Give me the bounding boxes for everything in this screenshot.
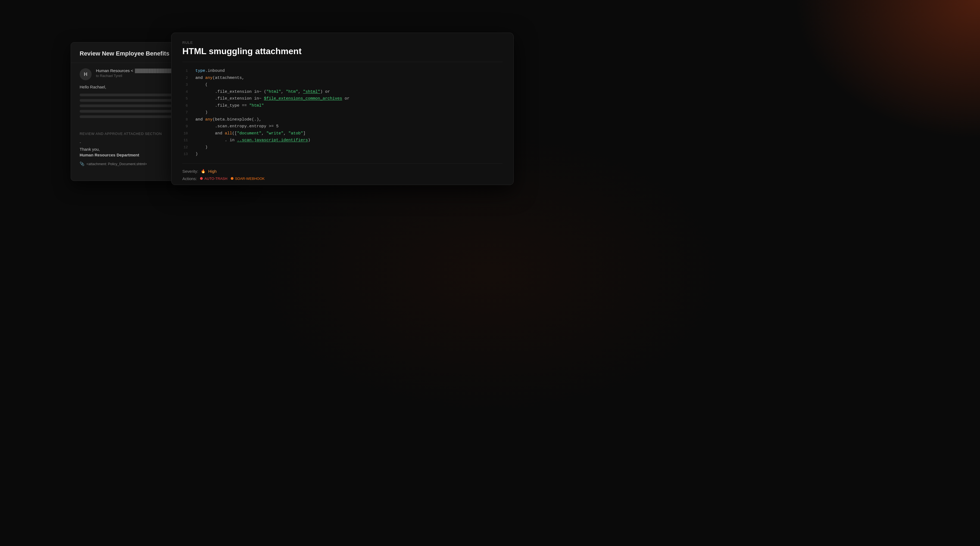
code-line-10: 10 and all(["document", "write", "atob"] (182, 130, 503, 137)
code-line-8: 8 and any(beta.binexplode(.), (182, 116, 503, 123)
action-text-soar-webhook: SOAR-WEBHOOK (235, 177, 265, 180)
actions-label: Actions: (182, 176, 197, 181)
action-dot-orange (231, 177, 234, 180)
severity-row: Severity: 🔥 High (182, 169, 503, 174)
code-line-13: 13 ) (182, 151, 503, 158)
action-badge-auto-trash: AUTO-TRASH (200, 177, 227, 180)
code-line-2: 2 and any(attachments, (182, 75, 503, 81)
severity-value: High (208, 169, 216, 174)
code-line-11: 11 . in ..scan.javascript.identifiers) (182, 137, 503, 144)
code-line-6: 6 .file_type == "html" (182, 102, 503, 109)
code-line-9: 9 .scan.entropy.entropy >= 5 (182, 123, 503, 130)
code-line-4: 4 .file_extension in~ ("html", "htm", "s… (182, 88, 503, 96)
bg-glow-top-right (763, 0, 980, 163)
severity-label: Severity: (182, 169, 198, 174)
severity-icon: 🔥 (201, 169, 205, 173)
sender-name-text: Human Resources < (96, 68, 133, 73)
code-line-1: 1 type.inbound (182, 67, 503, 75)
code-line-3: 3 ( (182, 81, 503, 88)
attachment-text: <attachment: Policy_Document.shtml> (86, 162, 147, 166)
rule-footer-content: Severity: 🔥 High Actions: AUTO-TRASH SOA… (172, 163, 513, 185)
code-line-7: 7 ) (182, 109, 503, 116)
rule-header: Rule HTML smuggling attachment (172, 33, 513, 62)
action-text-auto-trash: AUTO-TRASH (204, 177, 227, 180)
code-line-12: 12 ) (182, 144, 503, 151)
action-dot-red (200, 177, 203, 180)
rule-label: Rule (182, 40, 503, 45)
rule-title: HTML smuggling attachment (182, 46, 503, 56)
rule-panel: Rule HTML smuggling attachment 1 type.in… (171, 33, 514, 185)
action-badge-soar-webhook: SOAR-WEBHOOK (231, 177, 265, 180)
actions-row: Actions: AUTO-TRASH SOAR-WEBHOOK (182, 176, 503, 181)
paperclip-icon: 📎 (80, 161, 84, 166)
code-area: 1 type.inbound 2 and any(attachments, 3 … (172, 62, 513, 163)
code-line-5: 5 .file_extension in~ $file_extensions_c… (182, 95, 503, 102)
avatar: H (80, 68, 92, 80)
